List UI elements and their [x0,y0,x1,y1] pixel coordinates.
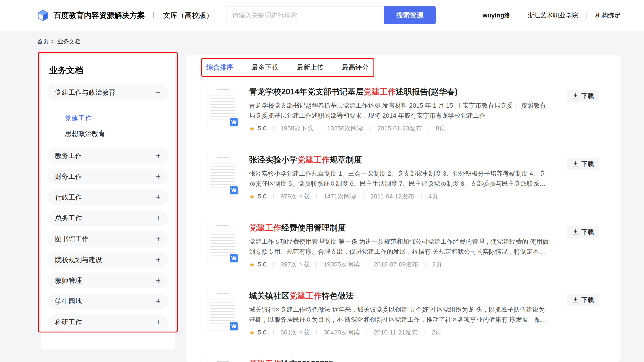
result-title-link[interactable]: 城关镇社区党建工作特色做法 [249,291,549,301]
meta-separator: | [273,329,274,336]
download-icon [572,229,579,235]
meta-separator: | [366,329,368,336]
download-button[interactable]: 下载 [567,294,599,306]
doc-thumbnail[interactable]: W [207,154,238,194]
category-label: 教师管理 [55,276,82,285]
category-label: 行政工作 [55,193,82,202]
result-title-link[interactable]: 张泾实验小学党建工作规章制度 [249,154,549,165]
brand-home-link[interactable]: 百度教育内容资源解决方案 丨 文库（高校版） [37,0,213,31]
result-content: 城关镇社区党建工作特色做法 城关镇社区党建工作特色做法 近年来，城关镇党委以创建… [249,290,549,337]
category-label: 教务工作 [55,151,82,160]
search-input[interactable] [226,6,384,24]
sidebar-item-campus-planning[interactable]: 院校规划与建设 + [48,252,168,268]
result-description: 城关镇社区党建工作特色做法 近年来，城关镇党委以创建“五个好”社区党组织为龙 头… [249,304,549,325]
search-button[interactable]: 搜索资源 [384,6,436,24]
page-count: 2页 [432,260,442,269]
result-item: W 张泾实验小学党建工作规章制度 张泾实验小学党建工作规章制度 1、三会一课制度… [206,154,599,222]
category-sidebar: 业务文档 党建工作与政治教育 − 党建工作 思想政治教育 教务工作 + 财务工作… [41,55,175,349]
result-meta: ★ 5.0 | 1958次下载 | 10256次阅读 | 2015-01-23发… [249,124,549,133]
tab-newest-upload[interactable]: 最新上传 [297,63,324,77]
username-link[interactable]: wuying洛 [483,11,510,20]
sidebar-title: 业务文档 [49,65,168,76]
sidebar-item-teacher-management[interactable]: 教师管理 + [48,273,168,288]
breadcrumb-home[interactable]: 首页 [37,38,48,46]
download-count: 979次下载 [280,192,310,201]
publish-date: 2011-04-12发布 [370,192,414,201]
expand-icon[interactable]: + [156,276,161,284]
sidebar-sublist: 党建工作 思想政治教育 [48,106,168,148]
sidebar-item-general-affairs[interactable]: 总务工作 + [48,210,168,226]
title-highlight: 党建工作 [249,359,281,362]
tab-comprehensive-sort[interactable]: 综合排序 [206,63,233,77]
sidebar-item-administration[interactable]: 行政工作 + [48,190,168,205]
meta-separator: | [273,193,274,200]
doc-thumbnail[interactable]: W [207,358,238,362]
breadcrumb-current: 业务文档 [57,38,80,46]
result-description: 党建工作专项经费使用管理制度 第一条 为进一步规范和加强公司党建工作经费的管理，… [249,236,549,256]
sidebar-item-finance[interactable]: 财务工作 + [48,169,168,184]
rating-value: 5.0 [258,125,266,132]
title-highlight: 党建工作 [298,155,330,164]
page-count: 8页 [436,124,446,133]
expand-icon[interactable]: + [156,214,161,222]
doc-thumbnail[interactable]: W [207,290,238,330]
tab-highest-rated[interactable]: 最高评分 [342,63,369,77]
result-title-link[interactable]: 党建工作论文20100705 [249,359,549,362]
expand-icon[interactable]: + [156,318,161,326]
meta-separator: | [424,329,426,336]
expand-icon[interactable]: + [156,297,161,306]
download-icon [572,161,579,167]
sidebar-item-research[interactable]: 科研工作 + [48,314,168,330]
sidebar-item-library[interactable]: 图书馆工作 + [48,231,168,247]
category-label: 总务工作 [55,214,82,223]
result-meta: ★ 5.0 | 979次下载 | 1471次阅读 | 2011-04-12发布 … [249,192,549,201]
meta-separator: | [316,193,317,200]
doc-thumbnail[interactable]: W [207,86,238,126]
result-content: 张泾实验小学党建工作规章制度 张泾实验小学党建工作规章制度 1、三会一课制度 2… [249,154,549,201]
word-doc-badge: W [230,118,238,126]
title-highlight: 党建工作 [249,223,281,232]
breadcrumb-separator: > [51,38,54,45]
sidebar-subitem-ideological-education[interactable]: 思想政治教育 [48,126,168,142]
header: 百度教育内容资源解决方案 丨 文库（高校版） 搜索资源 wuying洛 丨 浙江… [0,0,644,31]
org-bind-link[interactable]: 机构绑定 [596,11,620,20]
sidebar-item-academic-affairs[interactable]: 教务工作 + [48,148,168,164]
result-content: 党建工作论文20100705 [249,358,549,362]
brand-separator: 丨 [150,11,157,20]
download-button[interactable]: 下载 [567,90,599,102]
meta-separator: | [366,261,368,268]
expand-icon[interactable]: + [156,152,161,160]
meta-separator: | [424,261,426,268]
download-count: 897次下载 [280,260,310,269]
download-button[interactable]: 下载 [567,226,599,238]
doc-thumbnail[interactable]: W [207,222,238,262]
publish-date: 2010-11-21发布 [374,328,418,337]
sort-tabs: 综合排序 最多下载 最新上传 最高评分 [206,55,599,77]
institution-name: 浙江艺术职业学院 [528,11,578,20]
publish-date: 2015-01-23发布 [377,124,422,133]
sidebar-item-student-zone[interactable]: 学生园地 + [48,294,168,309]
title-text: 规章制度 [330,155,362,164]
sidebar-item-party-building-politics[interactable]: 党建工作与政治教育 − [48,84,168,100]
sidebar-subitem-party-building[interactable]: 党建工作 [48,110,168,126]
title-highlight: 党建工作 [289,291,322,300]
result-title-link[interactable]: 党建工作经费使用管理制度 [249,222,549,233]
collapse-icon[interactable]: − [156,88,161,96]
expand-icon[interactable]: + [156,256,161,264]
expand-icon[interactable]: + [156,235,161,243]
download-button[interactable]: 下载 [567,158,599,170]
result-title-link[interactable]: 青龙学校2014年党支部书记基层党建工作述职报告(赵华春) [249,86,549,97]
expand-icon[interactable]: + [156,193,161,201]
download-label: 下载 [581,296,594,304]
category-label: 财务工作 [55,172,82,181]
tab-most-downloaded[interactable]: 最多下载 [252,63,278,77]
meta-separator: | [273,261,274,268]
rating-value: 5.0 [258,329,266,336]
brand-title: 百度教育内容资源解决方案 [54,10,145,20]
read-count: 19355次阅读 [324,260,360,269]
title-text: 城关镇社区 [249,291,289,300]
result-item: W 城关镇社区党建工作特色做法 城关镇社区党建工作特色做法 近年来，城关镇党委以… [206,290,599,358]
page-count: 4页 [428,192,438,201]
expand-icon[interactable]: + [156,172,161,180]
download-label: 下载 [581,92,594,100]
